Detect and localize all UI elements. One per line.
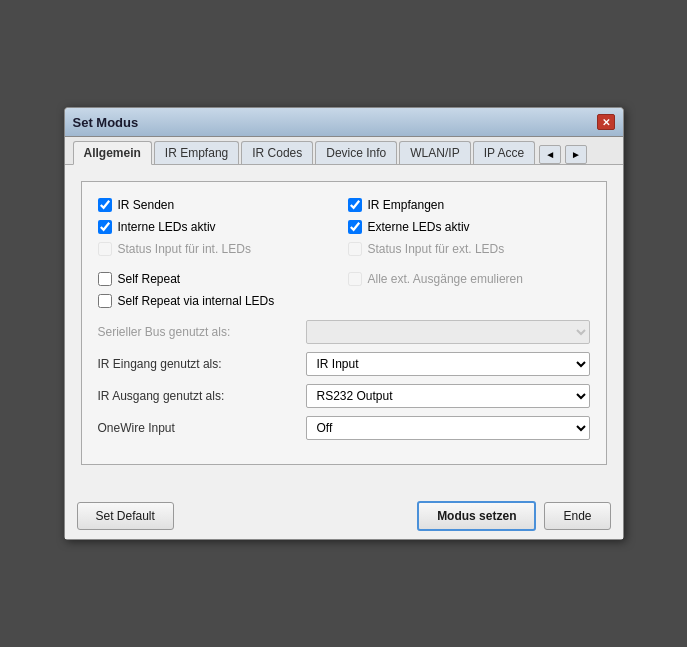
checkbox-status-ext-label: Status Input für ext. LEDs [368,242,505,256]
tab-ip-acce[interactable]: IP Acce [473,141,535,164]
checkbox-status-ext: Status Input für ext. LEDs [348,242,590,256]
form-row-onewire: OneWire Input Off On [98,416,590,440]
form-row-ir-ausgang: IR Ausgang genutzt als: RS232 Output IR … [98,384,590,408]
checkbox-self-repeat-input[interactable] [98,272,112,286]
select-serieller-bus [306,320,590,344]
content-area: IR Senden Interne LEDs aktiv Status Inpu… [65,165,623,493]
tab-wlan-ip[interactable]: WLAN/IP [399,141,470,164]
checkbox-ir-senden: IR Senden [98,198,340,212]
tab-next-arrow[interactable]: ► [565,145,587,164]
checkbox-status-int: Status Input für int. LEDs [98,242,340,256]
checkbox-ir-senden-label: IR Senden [118,198,175,212]
checkbox-ir-senden-input[interactable] [98,198,112,212]
form-rows-section: Serieller Bus genutzt als: IR Eingang ge… [98,320,590,440]
checkbox-alle-ext-input [348,272,362,286]
close-button[interactable]: ✕ [597,114,615,130]
footer: Set Default Modus setzen Ende [65,493,623,539]
tab-prev-arrow[interactable]: ◄ [539,145,561,164]
checkbox-status-int-label: Status Input für int. LEDs [118,242,251,256]
checkbox-self-repeat: Self Repeat [98,272,340,286]
checkbox-ir-empfangen-input[interactable] [348,198,362,212]
title-bar: Set Modus ✕ [65,108,623,137]
checkbox-alle-ext-label: Alle ext. Ausgänge emulieren [368,272,523,286]
tab-ir-codes[interactable]: IR Codes [241,141,313,164]
form-row-ir-eingang: IR Eingang genutzt als: IR Input RS232 I… [98,352,590,376]
checkbox-col2: IR Empfangen Externe LEDs aktiv Status I… [348,198,590,308]
form-row-serieller-bus: Serieller Bus genutzt als: [98,320,590,344]
checkbox-status-int-input [98,242,112,256]
ende-button[interactable]: Ende [544,502,610,530]
checkbox-interne-leds: Interne LEDs aktiv [98,220,340,234]
select-ir-eingang[interactable]: IR Input RS232 Input Off [306,352,590,376]
label-onewire: OneWire Input [98,421,298,435]
checkbox-col1: IR Senden Interne LEDs aktiv Status Inpu… [98,198,340,308]
checkbox-externe-leds-input[interactable] [348,220,362,234]
label-ir-eingang: IR Eingang genutzt als: [98,357,298,371]
set-default-button[interactable]: Set Default [77,502,174,530]
checkbox-section: IR Senden Interne LEDs aktiv Status Inpu… [98,198,590,308]
checkbox-alle-ext: Alle ext. Ausgänge emulieren [348,272,590,286]
main-window: Set Modus ✕ Allgemein IR Empfang IR Code… [64,107,624,540]
checkbox-self-repeat-via-input[interactable] [98,294,112,308]
checkbox-externe-leds: Externe LEDs aktiv [348,220,590,234]
select-onewire[interactable]: Off On [306,416,590,440]
tab-allgemein[interactable]: Allgemein [73,141,152,165]
tab-device-info[interactable]: Device Info [315,141,397,164]
modus-setzen-button[interactable]: Modus setzen [417,501,536,531]
label-ir-ausgang: IR Ausgang genutzt als: [98,389,298,403]
window-title: Set Modus [73,115,139,130]
checkbox-self-repeat-via: Self Repeat via internal LEDs [98,294,340,308]
checkbox-interne-leds-label: Interne LEDs aktiv [118,220,216,234]
checkbox-status-ext-input [348,242,362,256]
checkbox-interne-leds-input[interactable] [98,220,112,234]
checkbox-ir-empfangen-label: IR Empfangen [368,198,445,212]
tab-ir-empfang[interactable]: IR Empfang [154,141,239,164]
checkbox-self-repeat-via-label: Self Repeat via internal LEDs [118,294,275,308]
label-serieller-bus: Serieller Bus genutzt als: [98,325,298,339]
tab-panel-allgemein: IR Senden Interne LEDs aktiv Status Inpu… [81,181,607,465]
checkbox-externe-leds-label: Externe LEDs aktiv [368,220,470,234]
checkbox-ir-empfangen: IR Empfangen [348,198,590,212]
select-ir-ausgang[interactable]: RS232 Output IR Output Off [306,384,590,408]
checkbox-self-repeat-label: Self Repeat [118,272,181,286]
tabs-row: Allgemein IR Empfang IR Codes Device Inf… [65,137,623,165]
